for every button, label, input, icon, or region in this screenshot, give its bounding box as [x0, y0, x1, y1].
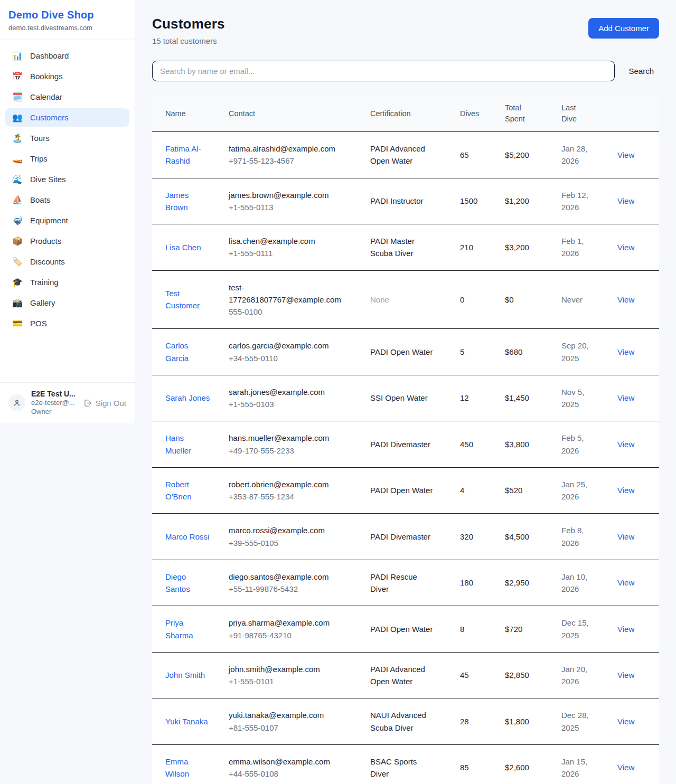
certification-value: SSI Open Water [370, 392, 428, 404]
sidebar-item[interactable]: 📸 Gallery [5, 294, 129, 312]
table-header-row: Name Contact Certification Dives Total S… [152, 96, 659, 132]
main-content: Customers 15 total customers Add Custome… [135, 0, 676, 784]
customer-phone: +1-555-0101 [229, 675, 363, 687]
table-row: Priya Sharma priya.sharma@example.com +9… [152, 606, 659, 653]
training-icon: 🎓 [12, 278, 23, 287]
customer-name-link[interactable]: Carlos Garcia [165, 339, 212, 364]
sidebar-item[interactable]: 💳 POS [5, 314, 129, 333]
sidebar-item[interactable]: 🌊 Dive Sites [5, 170, 129, 188]
view-link[interactable]: View [617, 625, 634, 634]
sidebar-item[interactable]: 🚤 Trips [5, 149, 129, 168]
customer-name-link[interactable]: Fatima Al-Rashid [165, 143, 212, 167]
table-row: Lisa Chen lisa.chen@example.com +1-555-0… [152, 224, 659, 271]
customer-email: lisa.chen@example.com [229, 235, 344, 247]
customer-name-link[interactable]: John Smith [165, 669, 205, 681]
shop-domain: demo.test.divestreams.com [8, 24, 126, 32]
view-link[interactable]: View [617, 347, 634, 356]
sidebar-item[interactable]: 🏷️ Discounts [5, 252, 129, 271]
last-dive-value: Sep 20, 2025 [561, 339, 593, 364]
total-spent-value: $0 [505, 270, 561, 329]
sidebar-item[interactable]: 📊 Dashboard [5, 46, 129, 65]
user-role: Owner [31, 407, 77, 417]
search-button[interactable]: Search [623, 62, 659, 80]
sidebar-item[interactable]: 🎓 Training [5, 273, 129, 291]
shop-title: Demo Dive Shop [8, 9, 126, 21]
tours-icon: 🏝️ [12, 134, 23, 143]
last-dive-value: Jan 20, 2026 [561, 663, 593, 688]
table-row: Hans Mueller hans.mueller@example.com +4… [152, 421, 659, 468]
sidebar-item-label: Calendar [30, 92, 62, 101]
dives-value: 1500 [460, 178, 505, 224]
customer-name-link[interactable]: Diego Santos [165, 571, 212, 596]
contact-cell: sarah.jones@example.com +1-555-0103 [229, 375, 370, 421]
view-link[interactable]: View [617, 150, 634, 159]
customer-name-link[interactable]: Marco Rossi [165, 531, 209, 543]
last-dive-value: Never [561, 294, 583, 306]
sidebar-item-label: POS [30, 319, 47, 328]
sidebar: Demo Dive Shop demo.test.divestreams.com… [0, 0, 135, 423]
view-link[interactable]: View [617, 670, 634, 679]
customer-email: hans.mueller@example.com [229, 432, 344, 444]
view-link[interactable]: View [617, 393, 634, 402]
equipment-icon: 🤿 [12, 216, 23, 225]
customer-name-link[interactable]: Hans Mueller [165, 432, 212, 457]
sidebar-item-label: Equipment [30, 216, 68, 225]
sidebar-item[interactable]: 🏝️ Tours [5, 129, 129, 147]
view-link[interactable]: View [617, 440, 634, 449]
col-header-actions [617, 96, 659, 132]
view-link[interactable]: View [617, 532, 634, 541]
sidebar-item[interactable]: 👥 Customers [5, 108, 129, 127]
sidebar-item[interactable]: 📅 Bookings [5, 67, 129, 86]
col-header-last-dive: Last Dive [561, 96, 617, 132]
view-link[interactable]: View [617, 578, 634, 587]
last-dive-value: Feb 5, 2026 [561, 432, 593, 457]
search-input[interactable] [152, 61, 615, 81]
col-header-total-spent: Total Spent [505, 96, 561, 132]
certification-value: PADI Rescue Diver [370, 571, 437, 596]
sidebar-item[interactable]: 📦 Products [5, 232, 129, 250]
trips-icon: 🚤 [12, 155, 23, 163]
view-link[interactable]: View [617, 763, 634, 772]
view-link[interactable]: View [617, 196, 634, 205]
customer-name-link[interactable]: Robert O'Brien [165, 478, 212, 503]
customer-name-link[interactable]: Yuki Tanaka [165, 715, 208, 728]
customer-name-link[interactable]: Lisa Chen [165, 241, 201, 253]
contact-cell: lisa.chen@example.com +1-555-0111 [229, 224, 370, 271]
view-link[interactable]: View [617, 295, 634, 304]
avatar [8, 394, 25, 411]
contact-cell: diego.santos@example.com +55-11-99876-54… [229, 560, 370, 606]
contact-cell: emma.wilson@example.com +44-555-0108 [229, 744, 370, 784]
total-spent-value: $4,500 [505, 514, 561, 560]
sidebar-item-label: Trips [30, 154, 48, 163]
customer-name-link[interactable]: Sarah Jones [165, 392, 210, 404]
gallery-icon: 📸 [12, 299, 23, 307]
pos-icon: 💳 [12, 319, 23, 328]
col-header-dives: Dives [460, 96, 505, 132]
sidebar-item-label: Customers [30, 113, 69, 122]
sidebar-item-label: Bookings [30, 72, 63, 81]
customer-email: emma.wilson@example.com [229, 755, 344, 768]
table-row: John Smith john.smith@example.com +1-555… [152, 652, 659, 698]
last-dive-value: Feb 12, 2026 [561, 189, 593, 214]
sidebar-item[interactable]: ⛵ Boats [5, 191, 129, 209]
customer-name-link[interactable]: James Brown [165, 189, 212, 214]
table-row: Sarah Jones sarah.jones@example.com +1-5… [152, 375, 659, 421]
view-link[interactable]: View [617, 243, 634, 252]
dives-value: 5 [460, 329, 505, 375]
sidebar-item[interactable]: 🗓️ Calendar [5, 88, 129, 106]
contact-cell: james.brown@example.com +1-555-0113 [229, 178, 370, 224]
add-customer-button[interactable]: Add Customer [588, 18, 659, 39]
user-email: e2e-tester@... [31, 398, 77, 408]
dives-value: 450 [460, 421, 505, 468]
view-link[interactable]: View [617, 717, 634, 726]
contact-cell: yuki.tanaka@example.com +81-555-0107 [229, 698, 370, 745]
certification-value: PADI Open Water [370, 484, 433, 496]
sidebar-item[interactable]: 🤿 Equipment [5, 211, 129, 230]
customer-name-link[interactable]: Test Customer [165, 287, 212, 312]
sign-out-button[interactable]: Sign Out [83, 399, 126, 408]
view-link[interactable]: View [617, 486, 634, 495]
customer-name-link[interactable]: Emma Wilson [165, 755, 212, 780]
customer-name-link[interactable]: Priya Sharma [165, 617, 212, 641]
customer-email: fatima.alrashid@example.com [229, 143, 344, 155]
total-spent-value: $2,600 [505, 744, 561, 784]
